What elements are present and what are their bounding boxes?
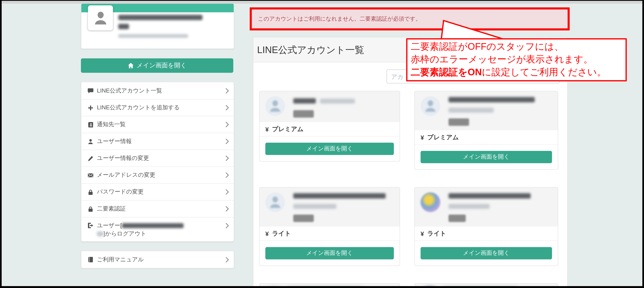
sidebar-item-label: ユーザー[]からログアウト: [97, 221, 184, 237]
account-avatar: [420, 96, 440, 116]
sidebar-item-label: ユーザー情報: [97, 138, 132, 145]
blurred-logout-user-name-2: [97, 231, 104, 236]
panel-body: ¥ プレミアム メイン画面を開く: [254, 62, 567, 286]
sign-out-icon: [88, 222, 94, 228]
blurred-logout-user-name: [122, 223, 184, 228]
chat-bubble-icon: [88, 88, 94, 94]
page-background: メイン画面を開く LINE公式アカウント一覧 LINE公式アカウントを追加する …: [2, 3, 642, 286]
person-icon: [268, 99, 282, 113]
account-card-partial: [414, 283, 558, 286]
chevron-right-icon: [226, 172, 229, 178]
user-icon: [88, 138, 94, 144]
blurred-status-badge: [293, 215, 314, 222]
profile-card: [81, 3, 234, 49]
blurred-name: [293, 98, 316, 104]
blurred-account-id: [448, 108, 494, 113]
envelope-icon: [88, 172, 94, 178]
chevron-right-icon: [226, 139, 229, 144]
sidebar-item-label: パスワードの変更: [97, 188, 144, 196]
person-icon: [92, 10, 108, 26]
blurred-account-name: [293, 187, 386, 222]
sidebar-open-main-label: メイン画面を開く: [136, 62, 186, 70]
sidebar-item-change-email[interactable]: メールアドレスの変更: [81, 166, 234, 183]
sidebar-item-add-account[interactable]: LINE公式アカウントを追加する: [81, 99, 234, 116]
sidebar-item-logout[interactable]: ユーザー[]からログアウト: [81, 217, 234, 241]
open-main-screen-button[interactable]: メイン画面を開く: [420, 247, 552, 259]
sidebar-item-change-password[interactable]: パスワードの変更: [81, 183, 234, 200]
page-title: LINE公式アカウント一覧: [257, 44, 364, 56]
sidebar-item-label: LINE公式アカウント一覧: [97, 87, 162, 94]
blurred-login-id: [118, 34, 188, 38]
sidebar-item-label: メールアドレスの変更: [97, 171, 156, 179]
account-avatar-logo: [420, 192, 440, 212]
lock-icon: [88, 206, 94, 212]
sidebar-open-main-button[interactable]: メイン画面を開く: [81, 58, 233, 73]
open-main-screen-button[interactable]: メイン画面を開く: [265, 143, 394, 155]
open-main-screen-button[interactable]: メイン画面を開く: [265, 247, 394, 259]
callout-line3-bold: 二要素認証をON: [411, 67, 482, 77]
manual-card: ご利用マニュアル: [81, 251, 234, 268]
plan-row: ¥ ライト: [415, 226, 558, 241]
logout-suffix: ]からログアウト: [104, 230, 146, 237]
chevron-right-icon: [226, 257, 229, 262]
account-card: ¥ プレミアム メイン画面を開く: [259, 91, 400, 162]
account-card-partial: [259, 283, 400, 286]
callout-line1: 二要素認証がOFFのスタッフには、: [411, 40, 622, 53]
plan-label: プレミアム: [272, 125, 304, 133]
account-card: ¥ プレミアム メイン画面を開く: [414, 91, 558, 170]
profile-name-blurred: [118, 14, 202, 40]
sidebar-menu: LINE公式アカウント一覧 LINE公式アカウントを追加する 通知先一覧 ユーザ…: [81, 82, 234, 242]
sidebar-item-label: LINE公式アカウントを追加する: [97, 104, 180, 111]
account-card-header: [415, 283, 558, 286]
sidebar-item-manual[interactable]: ご利用マニュアル: [81, 251, 234, 268]
blurred-status-badge: [293, 110, 314, 118]
chevron-right-icon: [226, 88, 229, 93]
address-book-icon: [88, 122, 94, 128]
chevron-right-icon: [226, 223, 229, 228]
account-cards-grid: ¥ プレミアム メイン画面を開く: [259, 91, 560, 286]
blurred-account-name: [448, 187, 531, 222]
account-card-footer: メイン画面を開く: [260, 241, 400, 266]
sidebar-item-notification-list[interactable]: 通知先一覧: [81, 116, 234, 133]
blurred-user-name-line2: [118, 24, 129, 29]
yen-icon: ¥: [265, 230, 268, 237]
sidebar-item-label: 二要素認証: [97, 205, 126, 213]
open-main-screen-button[interactable]: メイン画面を開く: [420, 151, 552, 163]
chevron-right-icon: [226, 105, 229, 111]
sidebar-item-account-list[interactable]: LINE公式アカウント一覧: [81, 82, 234, 99]
blurred-account-id: [448, 204, 490, 209]
blurred-name: [448, 97, 535, 103]
blurred-status-badge: [448, 215, 466, 222]
blurred-name: [448, 193, 531, 199]
account-card-header: [260, 91, 400, 122]
callout-line3-rest: に設定してご利用ください。: [482, 67, 606, 77]
account-card-header: [260, 283, 400, 286]
blurred-account-id: [320, 99, 355, 104]
blurred-account-id: [293, 204, 336, 209]
sidebar-item-label: ユーザー情報の変更: [97, 155, 149, 162]
blurred-account-name: [448, 91, 535, 126]
lock-icon: [88, 189, 94, 195]
annotation-callout: 二要素認証がOFFのスタッフには、 赤枠のエラーメッセージが表示されます。 二要…: [406, 38, 627, 81]
sidebar-item-edit-user-info[interactable]: ユーザー情報の変更: [81, 150, 234, 166]
account-avatar: [265, 192, 285, 212]
home-icon: [128, 62, 134, 69]
plan-row: ¥ ライト: [260, 226, 400, 241]
yen-icon: ¥: [420, 230, 424, 237]
sidebar-item-two-factor-auth[interactable]: 二要素認証: [81, 200, 234, 217]
sidebar-item-label: ご利用マニュアル: [97, 256, 144, 263]
error-alert-text: このアカウントはご利用になれません。二要素認証が必須です。: [258, 15, 421, 23]
chevron-right-icon: [226, 155, 229, 161]
sidebar-item-label: 通知先一覧: [97, 121, 126, 128]
plan-row: ¥ プレミアム: [260, 122, 400, 136]
account-card-header: [415, 91, 558, 130]
sidebar-item-user-info[interactable]: ユーザー情報: [81, 133, 234, 150]
plan-row: ¥ プレミアム: [415, 130, 558, 145]
book-icon: [88, 256, 94, 263]
yen-icon: ¥: [265, 126, 268, 133]
chevron-right-icon: [226, 122, 229, 127]
account-card-footer: メイン画面を開く: [415, 241, 558, 266]
yen-icon: ¥: [420, 134, 424, 141]
account-card-header: [260, 187, 400, 226]
person-icon: [424, 99, 438, 113]
